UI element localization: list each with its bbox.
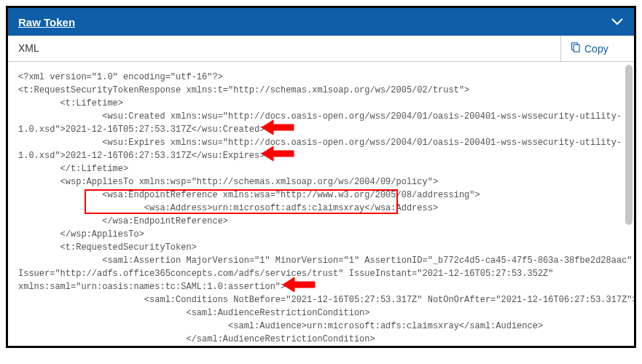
panel-title: Raw Token: [18, 16, 75, 28]
xml-code: <?xml version="1.0" encoding="utf-16"?> …: [8, 62, 634, 346]
scrollbar-thumb[interactable]: [625, 65, 633, 225]
svg-rect-1: [574, 45, 579, 52]
copy-label: Copy: [584, 43, 608, 55]
copy-icon: [570, 42, 580, 55]
scrollbar[interactable]: [625, 65, 633, 343]
copy-button[interactable]: Copy: [561, 36, 634, 61]
code-viewport: <?xml version="1.0" encoding="utf-16"?> …: [8, 62, 634, 346]
chevron-down-icon: [611, 15, 624, 28]
tab-xml[interactable]: XML: [8, 36, 561, 61]
panel-header[interactable]: Raw Token: [8, 8, 634, 36]
toolbar: XML Copy: [8, 36, 634, 62]
raw-token-panel: Raw Token XML Copy <?xml version="1.0" e…: [6, 6, 636, 348]
